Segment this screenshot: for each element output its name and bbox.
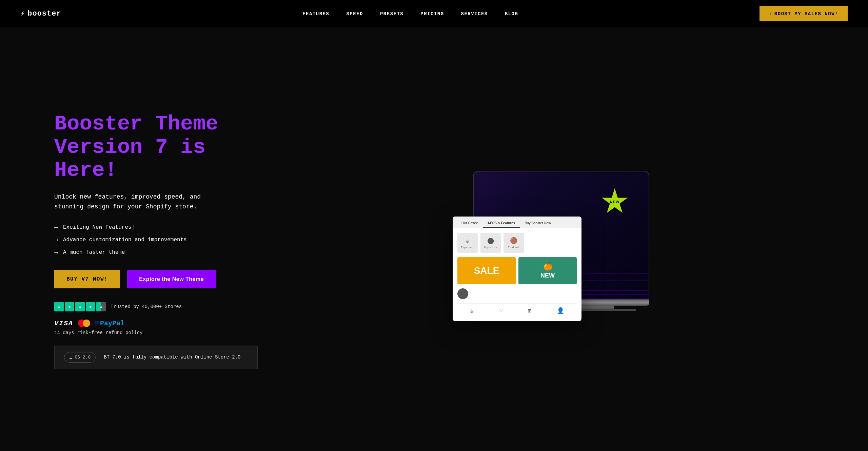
arrow-icon-2: →: [54, 236, 58, 244]
sale-banner: SALE: [457, 257, 516, 284]
product-row: ☕ Espresso ⬤ Capsules 🟤 Instant: [457, 233, 577, 253]
nav-item-presets[interactable]: PRESETS: [380, 11, 403, 17]
capsules-icon: ⬤: [487, 237, 494, 244]
refund-text: 14 days risk-free refund policy: [54, 330, 275, 335]
visa-logo: VISA: [54, 320, 73, 327]
arrow-icon-1: →: [54, 224, 58, 231]
star-4: ★: [86, 302, 95, 311]
trust-text: Trusted by 40,000+ Stores: [111, 304, 182, 309]
bottom-icon-user: 👤: [557, 307, 564, 314]
bottom-icons-row: ☕ ♡ ⊞ 👤: [457, 303, 577, 316]
hero-subtitle: Unlock new features, improved speed, and…: [54, 192, 231, 212]
nav-links: FEATURES SPEED PRESETS PRICING SERVICES …: [302, 11, 518, 17]
hero-left: Booster Theme Version 7 is Here! Unlock …: [54, 112, 275, 369]
btn-group: BUY V7 NOW! Explore the New Theme: [54, 270, 275, 288]
laptop-mockup: New Mega Menu Layout Settings NEW: [473, 171, 649, 311]
new-banner-label: NEW: [540, 272, 555, 279]
os2-compatibility-text: BT 7.0 is fully compatible with Online S…: [104, 354, 240, 360]
buy-v7-button[interactable]: BUY V7 NOW!: [54, 270, 120, 288]
feature-item-3: → A much faster theme: [54, 249, 275, 257]
payment-area: VISA P PayPal 14 days risk-free refund p…: [54, 320, 275, 335]
nav-item-speed[interactable]: SPEED: [346, 11, 363, 17]
explore-theme-button[interactable]: Explore the New Theme: [127, 270, 216, 288]
capsules-label: Capsules: [484, 246, 497, 249]
mastercard-logo: [78, 320, 90, 327]
banner-row: SALE 🍊 NEW: [457, 257, 577, 284]
browser-tab-apps[interactable]: APPS & Features: [483, 219, 520, 228]
nav-item-services[interactable]: SERVICES: [461, 11, 488, 17]
new-badge: NEW: [601, 188, 628, 216]
logo[interactable]: ⚡ booster: [20, 9, 61, 18]
new-badge-text: NEW: [610, 200, 620, 204]
arrow-icon-3: →: [54, 249, 58, 257]
browser-tab-coffee[interactable]: Our Coffee: [457, 219, 483, 228]
feature-item-2: → Advance customization and improvements: [54, 236, 275, 244]
features-list: → Exciting New Features! → Advance custo…: [54, 224, 275, 257]
nav-item-features[interactable]: FEATURES: [302, 11, 329, 17]
nav-item-blog[interactable]: BLOG: [505, 11, 518, 17]
star-2: ★: [65, 302, 74, 311]
hero-right: New Mega Menu Layout Settings NEW: [275, 171, 848, 311]
product-capsules: ⬤ Capsules: [480, 233, 501, 253]
boost-label: BOOST MY SALES NOW!: [774, 11, 838, 17]
feature-text-3: A much faster theme: [63, 249, 125, 255]
navbar: ⚡ booster FEATURES SPEED PRESETS PRICING…: [0, 0, 868, 27]
payment-logos: VISA P PayPal: [54, 320, 275, 327]
trust-area: ★ ★ ★ ★ ★ Trusted by 40,000+ Stores: [54, 302, 275, 311]
new-banner: 🍊 NEW: [518, 257, 577, 284]
feature-text-2: Advance customization and improvements: [63, 237, 187, 243]
star-rating: ★ ★ ★ ★ ★: [54, 302, 106, 311]
browser-body: ☕ Espresso ⬤ Capsules 🟤 Instant: [453, 228, 581, 321]
product-instant: 🟤 Instant: [504, 233, 524, 253]
filter-dot-1: [457, 288, 468, 299]
boost-sales-button[interactable]: ⚡ BOOST MY SALES NOW!: [760, 6, 848, 21]
browser-tabs: Our Coffee APPS & Features Buy Booster N…: [453, 217, 581, 228]
star-5: ★: [96, 302, 106, 311]
os2-icon: ☁: [69, 354, 72, 360]
star-3: ★: [75, 302, 85, 311]
bottom-icon-coffee: ☕: [470, 307, 474, 314]
feature-item-1: → Exciting New Features!: [54, 224, 275, 231]
hero-section: Booster Theme Version 7 is Here! Unlock …: [0, 27, 868, 451]
filter-area: [457, 288, 577, 299]
logo-icon: ⚡: [20, 9, 25, 18]
product-espresso: ☕ Espresso: [457, 233, 478, 253]
bottom-icon-heart: ♡: [499, 307, 502, 314]
hero-title: Booster Theme Version 7 is Here!: [54, 112, 275, 182]
browser-tab-buy[interactable]: Buy Booster Now: [520, 219, 555, 228]
os2-badge-label: OS 2.0: [75, 355, 91, 360]
browser-window: Our Coffee APPS & Features Buy Booster N…: [453, 217, 581, 321]
instant-label: Instant: [508, 246, 519, 249]
feature-text-1: Exciting New Features!: [63, 224, 135, 230]
instant-icon: 🟤: [510, 237, 517, 244]
boost-icon: ⚡: [769, 11, 772, 17]
bottom-icon-grid: ⊞: [528, 307, 532, 314]
espresso-icon: ☕: [466, 237, 470, 244]
os2-banner: ☁ OS 2.0 BT 7.0 is fully compatible with…: [54, 346, 258, 369]
new-banner-icon: 🍊: [543, 262, 552, 271]
paypal-logo: P PayPal: [95, 320, 124, 327]
espresso-label: Espresso: [461, 246, 474, 249]
os2-badge: ☁ OS 2.0: [64, 352, 96, 363]
star-1: ★: [54, 302, 64, 311]
nav-item-pricing[interactable]: PRICING: [420, 11, 444, 17]
logo-text: booster: [27, 9, 61, 18]
